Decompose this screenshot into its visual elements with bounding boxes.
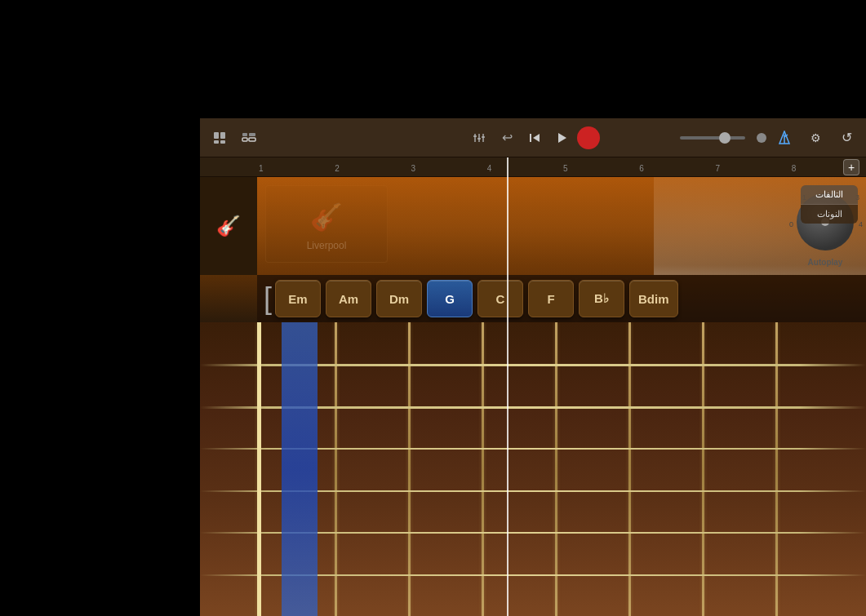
tabs-panel-item-0[interactable]: التالفات xyxy=(801,185,858,205)
svg-rect-13 xyxy=(482,136,485,138)
ruler-mark-4: 4 xyxy=(486,164,562,173)
svg-rect-2 xyxy=(214,140,219,144)
loop-button[interactable]: ↺ xyxy=(833,125,859,151)
knob-scale-4: 4 xyxy=(859,220,863,228)
svg-rect-0 xyxy=(214,132,219,139)
svg-marker-16 xyxy=(558,133,566,143)
fret-line-3 xyxy=(482,322,484,616)
fretboard[interactable] xyxy=(200,322,866,616)
undo-button[interactable]: ↩ xyxy=(494,125,520,151)
ruler-mark-7: 7 xyxy=(714,164,790,173)
chord-row: [ EmAmDmGCFB♭Bdim xyxy=(257,275,866,322)
fret-line-2 xyxy=(408,322,411,616)
rewind-button[interactable] xyxy=(522,125,548,151)
svg-rect-4 xyxy=(242,133,247,136)
add-track-button[interactable]: + xyxy=(843,159,859,175)
ruler-marks: 12345678 xyxy=(200,164,866,173)
chord-btn-G[interactable]: G xyxy=(427,280,473,317)
chord-bracket: [ xyxy=(264,284,272,313)
play-button[interactable] xyxy=(549,125,575,151)
ruler-mark-2: 2 xyxy=(333,164,409,173)
svg-rect-3 xyxy=(220,140,225,144)
fret-line-1 xyxy=(335,322,337,616)
settings-button[interactable]: ⚙ xyxy=(802,125,828,151)
toolbar: ↩ xyxy=(200,118,866,157)
tabs-panel: التالفات النونات xyxy=(801,185,858,224)
knob-scale-0: 0 xyxy=(789,220,793,228)
svg-rect-7 xyxy=(249,138,255,141)
fret-line-7 xyxy=(775,322,778,616)
chord-btn-F[interactable]: F xyxy=(528,280,574,317)
svg-rect-5 xyxy=(249,133,255,136)
svg-rect-11 xyxy=(473,135,477,137)
ruler-mark-1: 1 xyxy=(257,164,333,173)
svg-rect-6 xyxy=(242,138,247,141)
tracks-view-button[interactable] xyxy=(236,125,262,151)
chord-btn-B♭[interactable]: B♭ xyxy=(579,280,624,317)
fret-line-6 xyxy=(702,322,704,616)
track-header: 🎸 xyxy=(200,177,257,275)
playhead-cursor xyxy=(507,157,508,616)
fretboard-nut xyxy=(257,322,261,616)
chord-btn-Bdim[interactable]: Bdim xyxy=(629,280,678,317)
fret-line-5 xyxy=(628,322,631,616)
autoplay-label: Autoplay xyxy=(808,258,843,267)
svg-rect-12 xyxy=(477,138,481,140)
record-button[interactable] xyxy=(577,126,600,149)
volume-dot xyxy=(757,133,766,143)
chord-btn-Am[interactable]: Am xyxy=(326,280,371,317)
volume-slider[interactable] xyxy=(680,136,745,140)
timeline-ruler: 12345678 + xyxy=(200,157,866,177)
transport-controls: ↩ xyxy=(466,125,600,151)
tabs-panel-item-1[interactable]: النونات xyxy=(801,205,858,224)
chord-btn-Em[interactable]: Em xyxy=(275,280,321,317)
mixer-button[interactable] xyxy=(466,125,492,151)
svg-rect-1 xyxy=(220,132,225,139)
library-button[interactable] xyxy=(207,125,233,151)
ruler-mark-5: 5 xyxy=(562,164,637,173)
svg-marker-15 xyxy=(533,134,540,142)
liverpool-block[interactable]: 🎸 Liverpool xyxy=(265,185,388,263)
active-chord-highlight xyxy=(282,322,318,616)
ruler-mark-6: 6 xyxy=(637,164,713,173)
metronome-button[interactable] xyxy=(771,125,797,151)
bass-guitar-icon: 🎸 xyxy=(313,197,340,237)
ruler-mark-3: 3 xyxy=(410,164,486,173)
track-name-label: Liverpool xyxy=(307,240,347,251)
right-panel: 0 1 2 3 4 Autoplay التالفات النونات xyxy=(654,177,866,275)
svg-rect-14 xyxy=(530,134,531,142)
fret-line-4 xyxy=(555,322,557,616)
chord-btn-Dm[interactable]: Dm xyxy=(376,280,422,317)
instrument-icon: 🎸 xyxy=(216,215,241,237)
chord-btn-C[interactable]: C xyxy=(477,280,523,317)
